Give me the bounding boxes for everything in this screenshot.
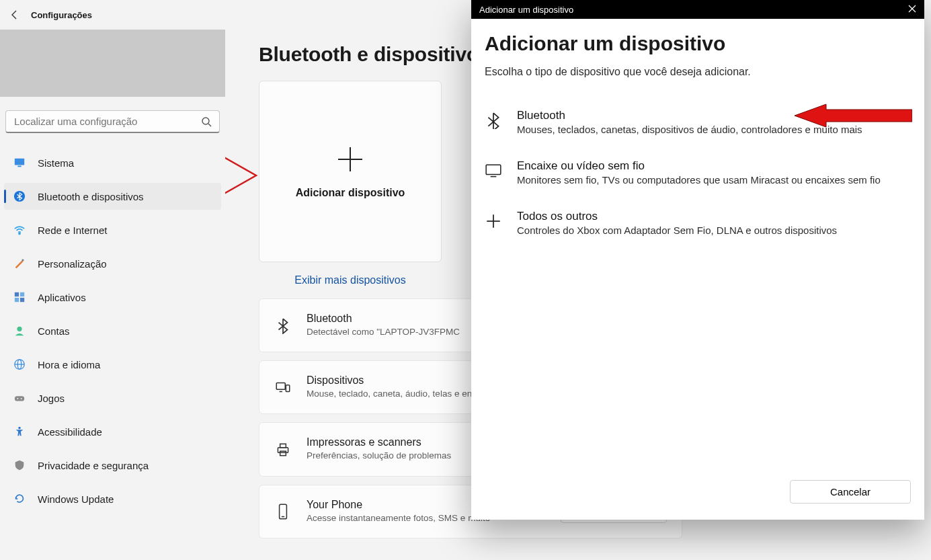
add-device-card[interactable]: Adicionar dispositivo [259, 81, 442, 262]
svg-rect-24 [278, 447, 288, 452]
option-title: Todos os outros [517, 210, 837, 223]
wifi-icon [13, 224, 26, 236]
nav-item-time-language[interactable]: Hora e idioma [4, 351, 221, 378]
svg-rect-25 [280, 444, 286, 447]
nav-label: Jogos [38, 393, 65, 404]
add-device-dialog: Adicionar um dispositivo Adicionar um di… [471, 0, 924, 520]
svg-point-16 [17, 398, 18, 399]
devices-icon [274, 378, 292, 396]
nav-item-accessibility[interactable]: Acessibilidade [4, 418, 221, 445]
plus-icon [485, 212, 502, 230]
svg-line-1 [208, 124, 211, 126]
annotation-arrow-right [225, 145, 259, 206]
search-icon [201, 116, 212, 127]
nav-label: Rede e Internet [38, 225, 107, 236]
nav-item-accounts[interactable]: Contas [4, 317, 221, 344]
nav-item-privacy[interactable]: Privacidade e segurança [4, 452, 221, 479]
svg-point-0 [202, 118, 209, 124]
back-arrow-icon[interactable] [9, 9, 20, 20]
svg-point-5 [19, 233, 20, 234]
bluetooth-icon [274, 317, 292, 334]
show-more-devices-link[interactable]: Exibir mais dispositivos [259, 262, 442, 298]
svg-rect-26 [280, 451, 286, 456]
nav-label: Hora e idioma [38, 359, 100, 370]
nav-item-windows-update[interactable]: Windows Update [4, 485, 221, 512]
option-subtitle: Mouses, teclados, canetas, dispositivos … [517, 124, 862, 135]
nav-label: Sistema [38, 157, 74, 169]
svg-rect-21 [276, 383, 285, 390]
dialog-body: Adicionar um dispositivo Escolha o tipo … [471, 19, 924, 520]
dialog-heading: Adicionar um dispositivo [485, 32, 911, 55]
phone-icon [274, 503, 292, 520]
option-bluetooth[interactable]: Bluetooth Mouses, teclados, canetas, dis… [485, 97, 911, 147]
nav-label: Privacidade e segurança [38, 460, 149, 471]
paint-icon [13, 257, 26, 270]
add-device-label: Adicionar dispositivo [296, 187, 405, 199]
svg-rect-22 [286, 385, 289, 392]
option-everything-else[interactable]: Todos os outros Controles do Xbox com Ad… [485, 198, 911, 248]
bluetooth-icon [13, 190, 26, 202]
bluetooth-icon [485, 112, 502, 129]
svg-rect-10 [20, 298, 24, 302]
accessibility-icon [13, 426, 26, 438]
nav-item-apps[interactable]: Aplicativos [4, 284, 221, 311]
svg-rect-8 [20, 292, 24, 296]
cancel-button[interactable]: Cancelar [790, 480, 911, 504]
nav-label: Bluetooth e dispositivos [38, 191, 144, 202]
option-subtitle: Monitores sem fio, TVs ou computadores q… [517, 174, 881, 186]
printer-icon [274, 441, 292, 458]
nav-label: Windows Update [38, 493, 114, 505]
globe-icon [13, 358, 26, 370]
nav-list: Sistema Bluetooth e dispositivos Rede e … [0, 149, 225, 519]
dialog-window-title: Adicionar um dispositivo [479, 5, 573, 15]
nav-label: Aplicativos [38, 292, 86, 303]
svg-point-18 [18, 427, 21, 430]
nav-label: Contas [38, 325, 70, 337]
sidebar-header: Configurações [0, 0, 225, 30]
nav-label: Personalização [38, 258, 107, 270]
svg-rect-15 [15, 396, 24, 401]
nav-label: Acessibilidade [38, 426, 102, 438]
plus-icon [335, 145, 365, 179]
option-wireless-display[interactable]: Encaixe ou vídeo sem fio Monitores sem f… [485, 147, 911, 198]
option-title: Encaixe ou vídeo sem fio [517, 159, 881, 173]
option-title: Bluetooth [517, 109, 862, 122]
monitor-icon [13, 157, 26, 169]
search-container [0, 110, 225, 149]
gamepad-icon [13, 392, 26, 404]
dialog-footer: Cancelar [485, 480, 911, 504]
svg-rect-7 [15, 292, 19, 296]
svg-rect-9 [15, 298, 19, 302]
update-icon [13, 493, 26, 505]
svg-rect-2 [15, 159, 24, 165]
settings-title: Configurações [31, 10, 92, 20]
search-input[interactable] [5, 110, 220, 133]
nav-item-network[interactable]: Rede e Internet [4, 216, 221, 243]
nav-item-personalization[interactable]: Personalização [4, 250, 221, 277]
dialog-subheading: Escolha o tipo de dispositivo que você d… [485, 66, 911, 78]
nav-item-system[interactable]: Sistema [4, 149, 221, 176]
person-icon [13, 325, 26, 337]
shield-icon [13, 459, 26, 471]
svg-point-11 [17, 327, 22, 331]
nav-item-games[interactable]: Jogos [4, 385, 221, 411]
nav-item-bluetooth[interactable]: Bluetooth e dispositivos [4, 183, 221, 210]
svg-rect-31 [486, 165, 501, 174]
close-icon[interactable] [897, 5, 916, 15]
display-icon [485, 162, 502, 179]
option-subtitle: Controles do Xbox com Adaptador Sem Fio,… [517, 225, 837, 236]
sidebar: Configurações Sistema Bluetooth e dispos… [0, 0, 225, 560]
svg-point-17 [21, 398, 22, 399]
user-profile-block[interactable] [0, 30, 225, 97]
dialog-titlebar: Adicionar um dispositivo [471, 0, 924, 19]
apps-icon [13, 291, 26, 303]
svg-rect-3 [17, 166, 21, 167]
